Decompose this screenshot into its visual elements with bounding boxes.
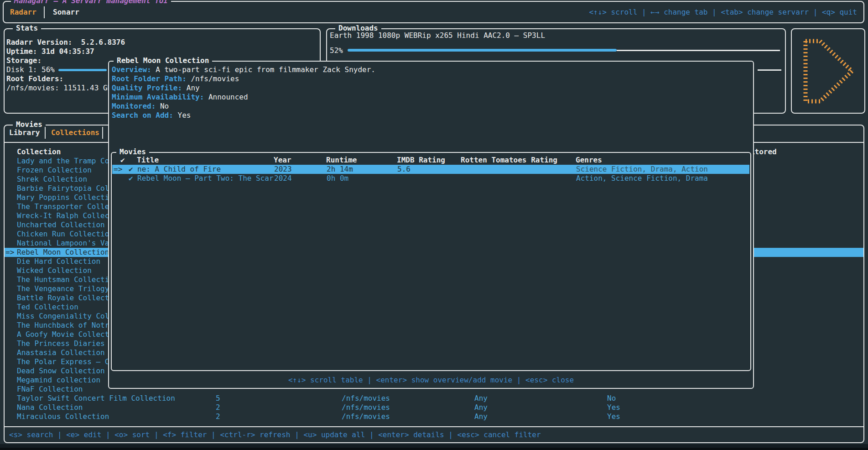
tab-separator (44, 6, 45, 18)
collection-name: Frozen Collection (17, 166, 92, 175)
detail-value: /nfs/movies (187, 74, 239, 83)
detail-line: Overview: A two-part sci-fi epic from fi… (112, 65, 375, 74)
top-bar: Managarr – A Servarr management TUI Rada… (3, 1, 864, 23)
collection-name: Wicked Collection (17, 266, 92, 275)
collection-name: The Princess Diaries (17, 339, 105, 348)
modal-keybinds: <↑↓> scroll table | <enter> show overvie… (109, 376, 753, 385)
detail-label: Search on Add: (112, 111, 173, 120)
collection-name: The Huntsman Collecti (17, 275, 109, 284)
modal-movies-box: Movies ✔ Title Year Runtime IMDB Rating … (111, 152, 751, 371)
stats-rootfolders-label: Root Folders: (6, 74, 63, 84)
movie-count-cell: 2 (216, 403, 220, 412)
collection-name: The Transporter Colle (17, 202, 109, 211)
detail-value: A two-part sci-fi epic from filmmaker Za… (151, 65, 375, 74)
modal-title: Rebel Moon Collection (114, 56, 212, 65)
stats-version: Radarr Version: 5.2.6.8376 (6, 38, 125, 47)
modal-movie-row[interactable]: ✔Rebel Moon – Part Two: The Scar20240h 0… (112, 174, 749, 183)
download-progress-fill (348, 49, 617, 52)
disk-usage-bar (58, 69, 107, 71)
collection-name: The Polar Express – C (17, 357, 109, 366)
collection-name: Lady and the Tramp Co (17, 157, 109, 166)
modal-movie-rows: =>✔ne: A Child of Fire20232h 14m5.6Scien… (112, 153, 750, 370)
library-keybinds: <s> search | <e> edit | <o> sort | <f> f… (9, 430, 541, 440)
download-progress-fragment (758, 69, 781, 71)
collection-name: Rebel Moon Collection (17, 248, 109, 257)
detail-label: Overview: (112, 65, 151, 74)
collection-name: The Vengeance Trilogy (17, 284, 109, 293)
collection-name: Chicken Run Collectio (17, 230, 109, 239)
movie-imdb-cell: 5.6 (397, 165, 411, 174)
selection-arrow: => (114, 165, 122, 174)
detail-value: Announced (204, 93, 248, 101)
collection-name: Nana Collection (17, 403, 83, 412)
movie-year-cell: 2024 (274, 174, 292, 183)
collection-name: Miss Congeniality Col (17, 312, 109, 321)
detail-line: Root Folder Path: /nfs/movies (112, 74, 239, 84)
monitored-cell: No (607, 394, 616, 403)
detail-line: Monitored: No (112, 102, 169, 111)
collection-name: Wreck-It Ralph Collec (17, 211, 109, 220)
logo-panel (791, 28, 865, 114)
collection-list-item[interactable]: Nana Collection (5, 403, 863, 412)
collection-name: The Hunchback of Notr (17, 321, 109, 330)
bottom-strip (0, 444, 868, 450)
modal-movie-row[interactable]: =>✔ne: A Child of Fire20232h 14m5.6Scien… (112, 165, 749, 174)
movie-count-cell: 5 (216, 394, 220, 403)
selection-arrow: => (5, 248, 14, 257)
collection-name: National Lampoon's Va (17, 239, 109, 248)
detail-label: Root Folder Path: (112, 74, 187, 83)
tab-sonarr[interactable]: Sonarr (53, 8, 79, 17)
stats-uptime: Uptime: 31d 04:35:37 (6, 47, 94, 56)
detail-value: No (156, 102, 169, 110)
stats-disk-label: Disk 1: 56% (6, 65, 55, 74)
movie-genres-cell: Action, Science Fiction, Drama (576, 174, 708, 183)
stats-rootfolder-value: /nfs/movies: 11511.43 GB (6, 84, 112, 93)
collection-name: Taylor Swift Concert Film Collection (17, 394, 175, 403)
detail-label: Monitored: (112, 102, 156, 110)
detail-value: Yes (173, 111, 191, 120)
bottom-strip-dark (0, 448, 868, 450)
movie-genres-cell: Science Fiction, Drama, Action (576, 165, 708, 174)
footer-separator (5, 426, 863, 427)
collection-list-item[interactable]: Taylor Swift Concert Film Collection (5, 394, 863, 403)
stats-title: Stats (13, 24, 41, 33)
collection-name: FNaF Collection (17, 385, 83, 394)
collection-name: Die Hard Collection (17, 257, 100, 266)
movie-runtime-cell: 2h 14m (327, 165, 353, 174)
top-keybinds: <↑↓> scroll | ←→ change tab | <tab> chan… (589, 8, 857, 17)
root-folder-cell: /nfs/movies (342, 403, 390, 412)
collection-name: Dead Snow Collection (17, 366, 105, 376)
root-folder-cell: /nfs/movies (342, 412, 390, 421)
movie-year-cell: 2023 (274, 165, 292, 174)
detail-line: Quality Profile: Any (112, 84, 200, 93)
collection-name: A Goofy Movie Collect (17, 330, 109, 339)
stats-storage-label: Storage: (6, 56, 42, 65)
monitored-cell: Yes (607, 403, 620, 412)
collection-name: Anastasia Collection (17, 348, 105, 357)
tab-radarr[interactable]: Radarr (10, 8, 36, 17)
collection-name: Uncharted Collection (17, 220, 105, 230)
quality-profile-cell: Any (474, 412, 488, 421)
managarr-play-logo (798, 35, 860, 108)
download-progress-track (617, 50, 780, 51)
download-percent-label: 52% (330, 46, 343, 55)
collection-name: Barbie Fairytopia Col (17, 184, 109, 193)
detail-value: Any (182, 84, 200, 92)
quality-profile-cell: Any (474, 403, 488, 412)
movie-title-cell: Rebel Moon – Part Two: The Scar (137, 174, 274, 183)
movie-title-cell: ne: A Child of Fire (137, 165, 221, 174)
detail-label: Quality Profile: (112, 84, 182, 92)
collection-name: Megamind collection (17, 376, 100, 385)
monitored-cell: Yes (607, 412, 620, 421)
root-folder-cell: /nfs/movies (342, 394, 390, 403)
collection-name: Miraculous Collection (17, 412, 109, 421)
movie-runtime-cell: 0h 0m (327, 174, 348, 183)
collection-list-item[interactable]: Miraculous Collection (5, 412, 863, 421)
monitored-check-icon: ✔ (129, 165, 133, 174)
detail-label: Minimum Availability: (112, 93, 204, 101)
app-title: Managarr – A Servarr management TUI (11, 0, 171, 5)
collection-name: Mary Poppins Collecti (17, 193, 109, 202)
download-item-name[interactable]: Earth 1998 1080p WEBRip x265 Hindi AAC2.… (330, 31, 545, 40)
detail-line: Search on Add: Yes (112, 111, 191, 120)
monitored-check-icon: ✔ (129, 174, 133, 183)
